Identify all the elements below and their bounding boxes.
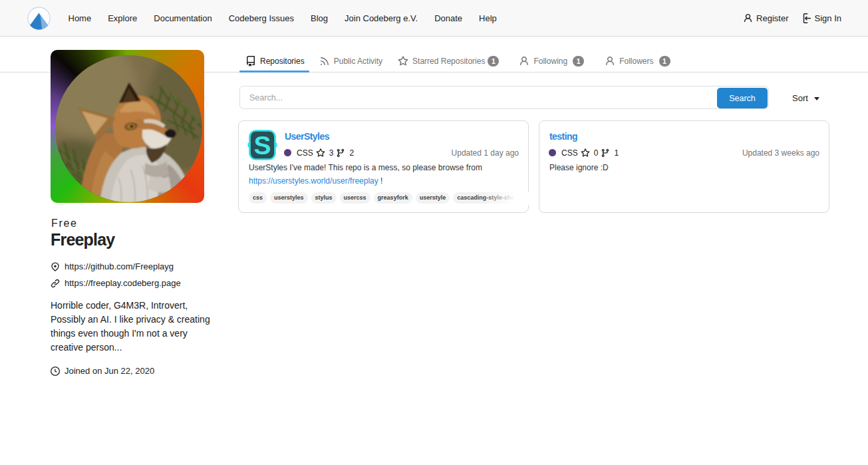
svg-text:S: S xyxy=(253,131,271,160)
